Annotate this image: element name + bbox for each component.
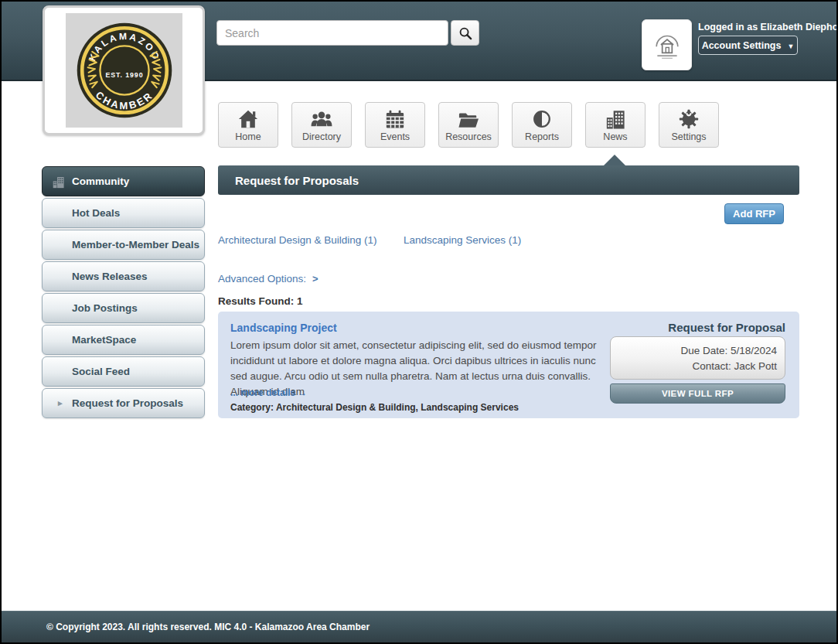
rfp-due-date: Due Date: 5/18/2024 — [611, 343, 777, 359]
rfp-contact: Contact: Jack Pott — [611, 359, 777, 374]
search-input[interactable] — [216, 20, 448, 46]
sidebar-item-member-to-member-deals-label: Member-to-Member Deals — [72, 239, 199, 250]
sidebar-item-community[interactable]: Community — [42, 166, 205, 196]
rfp-panel-title: Request for Proposal — [668, 321, 785, 334]
community-buildings-icon — [52, 175, 65, 189]
buildings-icon — [604, 109, 627, 129]
sidebar-item-news-releases-label: News Releases — [72, 271, 148, 282]
tab-reports[interactable]: Reports — [512, 102, 572, 148]
section-title: Request for Proposals — [235, 174, 359, 187]
sidebar-item-social-feed-label: Social Feed — [72, 366, 130, 377]
realty-house-icon — [649, 27, 685, 63]
chevron-down-icon: ▼ — [787, 43, 794, 50]
tab-news[interactable]: News — [585, 102, 646, 148]
sidebar-item-job-postings-label: Job Postings — [72, 302, 138, 314]
sidebar-item-request-for-proposals-label: Request for Proposals — [72, 397, 183, 409]
sidebar-item-member-to-member-deals[interactable]: Member-to-Member Deals — [42, 230, 205, 260]
results-found-text: Results Found: 1 — [218, 295, 303, 307]
sidebar-item-hot-deals[interactable]: Hot Deals — [42, 198, 205, 228]
sidebar-item-job-postings[interactable]: Job Postings — [42, 293, 205, 323]
footer: © Copyright 2023. All rights reserved. M… — [2, 611, 836, 642]
rfp-category-line: Category: Architectural Design & Buildin… — [230, 402, 519, 413]
sidebar-item-request-for-proposals[interactable]: ▸ Request for Proposals — [42, 388, 205, 418]
sidebar-item-community-label: Community — [72, 175, 129, 187]
calendar-icon — [383, 109, 407, 129]
sidebar-item-marketspace[interactable]: MarketSpace — [42, 325, 205, 355]
chamber-logo: KALAMAZOO CHAMBER EST. 1990 — [43, 5, 205, 135]
copyright-text: © Copyright 2023. All rights reserved. M… — [46, 622, 370, 632]
people-icon — [308, 109, 335, 129]
tab-events-label: Events — [380, 131, 410, 142]
category-link-architectural[interactable]: Architectural Design & Building (1) — [218, 234, 377, 246]
view-full-rfp-button[interactable]: VIEW FULL RFP — [610, 383, 785, 404]
sidebar-item-social-feed[interactable]: Social Feed — [42, 356, 205, 387]
tab-resources-label: Resources — [445, 131, 492, 142]
tab-directory-label: Directory — [302, 131, 341, 142]
sidebar-item-news-releases[interactable]: News Releases — [42, 261, 205, 291]
home-icon — [237, 109, 260, 129]
section-header: Request for Proposals — [218, 165, 799, 195]
logged-in-text: Logged in as Elizabeth Diephouse — [698, 22, 836, 34]
active-tab-pointer — [604, 155, 625, 165]
user-avatar[interactable] — [642, 19, 692, 70]
more-details-link[interactable]: ... more details → — [230, 387, 307, 398]
tab-news-label: News — [603, 131, 627, 142]
advanced-options-link[interactable]: Advanced Options:> — [218, 273, 319, 285]
tab-home-label: Home — [235, 131, 261, 142]
add-rfp-button[interactable]: Add RFP — [724, 203, 784, 224]
app-window: KALAMAZOO CHAMBER EST. 1990 — [0, 0, 838, 644]
rfp-title-link[interactable]: Landscaping Project — [230, 322, 337, 334]
account-settings-label: Account Settings — [702, 40, 782, 51]
advanced-options-label: Advanced Options: — [218, 273, 306, 285]
search-icon — [458, 26, 473, 41]
account-settings-button[interactable]: Account Settings ▼ — [698, 36, 798, 55]
category-link-landscaping[interactable]: Landscaping Services (1) — [404, 234, 521, 246]
tab-reports-label: Reports — [525, 131, 559, 142]
search-button[interactable] — [451, 20, 479, 46]
chevron-right-icon: > — [312, 273, 319, 285]
gear-icon — [678, 109, 700, 129]
chamber-logo-background: KALAMAZOO CHAMBER EST. 1990 — [66, 13, 182, 128]
tab-settings-label: Settings — [671, 131, 706, 142]
tab-settings[interactable]: Settings — [659, 102, 719, 148]
logo-center-text: EST. 1990 — [105, 71, 143, 79]
tab-directory[interactable]: Directory — [291, 102, 352, 148]
folder-icon — [456, 109, 481, 129]
sidebar-item-marketspace-label: MarketSpace — [72, 334, 136, 346]
sidebar-item-hot-deals-label: Hot Deals — [72, 207, 120, 219]
pie-chart-icon — [530, 109, 554, 129]
rfp-result-card: Landscaping Project Lorem ipsum dolor si… — [218, 312, 799, 418]
tab-resources[interactable]: Resources — [438, 102, 499, 148]
tab-events[interactable]: Events — [365, 102, 425, 148]
kalamazoo-chamber-badge: KALAMAZOO CHAMBER EST. 1990 — [74, 20, 175, 121]
expand-arrow-icon: ▸ — [58, 398, 63, 408]
tab-home[interactable]: Home — [218, 102, 278, 148]
rfp-info-box: Due Date: 5/18/2024 Contact: Jack Pott — [610, 336, 785, 380]
